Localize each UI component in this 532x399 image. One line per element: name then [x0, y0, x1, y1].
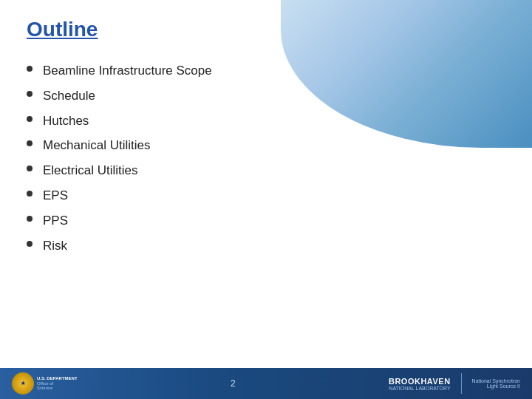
bullet-text: Hutches — [43, 112, 89, 130]
page-number: 2 — [231, 378, 236, 389]
bullet-item: PPS — [27, 212, 505, 230]
slide: Outline Beamline Infrastructure ScopeSch… — [0, 0, 532, 399]
slide-title: Outline — [27, 18, 505, 41]
bullet-item: Hutches — [27, 112, 505, 130]
doe-text: U.S. DEPARTMENT Office of Science — [37, 376, 78, 391]
nsls-label: National Synchrotron Light Source II — [472, 378, 520, 389]
bullet-dot-icon — [27, 91, 33, 97]
bullet-dot-icon — [27, 191, 33, 197]
bullet-dot-icon — [27, 241, 33, 247]
nsls-label-text: National Synchrotron — [472, 378, 520, 383]
bullet-text: EPS — [43, 187, 68, 205]
footer-divider — [461, 373, 462, 394]
bullet-text: Mechanical Utilities — [43, 137, 151, 154]
bullet-item: Mechanical Utilities — [27, 137, 505, 154]
bullet-item: Electrical Utilities — [27, 162, 505, 180]
bullet-dot-icon — [27, 66, 33, 72]
bullet-dot-icon — [27, 216, 33, 222]
bnl-logo: BROOKHAVEN NATIONAL LABORATORY — [389, 377, 451, 391]
bullet-text: PPS — [43, 212, 68, 230]
bnl-national: NATIONAL LABORATORY — [389, 386, 451, 391]
nsls-sub-text: Light Source II — [472, 383, 520, 389]
doe-seal-icon: ★ — [12, 372, 34, 395]
bullet-text: Schedule — [43, 87, 95, 105]
footer-left: ★ U.S. DEPARTMENT Office of Science — [12, 372, 78, 395]
bullet-item: Risk — [27, 237, 505, 255]
bullet-text: Electrical Utilities — [43, 162, 137, 180]
bullet-item: Beamline Infrastructure Scope — [27, 62, 505, 80]
bullet-text: Risk — [43, 237, 67, 255]
bullet-item: EPS — [27, 187, 505, 205]
bullet-list: Beamline Infrastructure ScopeScheduleHut… — [27, 62, 505, 254]
doe-office-line2: Science — [37, 386, 78, 391]
footer-right: BROOKHAVEN NATIONAL LABORATORY National … — [389, 373, 520, 394]
doe-dept-label: U.S. DEPARTMENT — [37, 376, 78, 381]
bullet-dot-icon — [27, 166, 33, 171]
bullet-text: Beamline Infrastructure Scope — [43, 62, 212, 80]
bullet-dot-icon — [27, 116, 33, 122]
slide-content: Outline Beamline Infrastructure ScopeSch… — [0, 0, 532, 306]
bnl-name: BROOKHAVEN — [389, 377, 451, 386]
doe-logo: ★ U.S. DEPARTMENT Office of Science — [12, 372, 78, 395]
bullet-dot-icon — [27, 140, 33, 146]
doe-office-line1: Office of — [37, 381, 78, 386]
bullet-item: Schedule — [27, 87, 505, 105]
slide-footer: ★ U.S. DEPARTMENT Office of Science 2 BR… — [0, 368, 532, 399]
